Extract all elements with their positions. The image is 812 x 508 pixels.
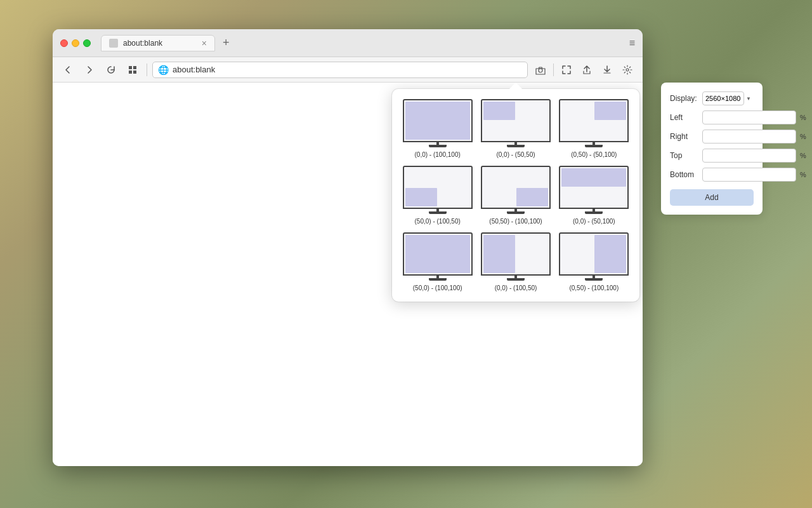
monitor-base bbox=[585, 209, 603, 214]
monitor-screen bbox=[559, 232, 629, 276]
monitor-wrap bbox=[403, 166, 473, 214]
monitor-screen bbox=[481, 99, 551, 142]
monitor-screen bbox=[403, 99, 473, 142]
svg-rect-0 bbox=[129, 66, 132, 69]
toolbar: 🌐 about:blank bbox=[53, 57, 643, 83]
layout-label: (0,0) - (100,50) bbox=[495, 284, 537, 291]
layout-item-bottom-left[interactable]: (50,0) - (100,50) bbox=[402, 166, 473, 225]
layout-item-full-bottom[interactable]: (50,0) - (100,100) bbox=[402, 232, 473, 291]
svg-rect-3 bbox=[133, 70, 136, 74]
top-unit: % bbox=[800, 152, 806, 159]
bottom-unit: % bbox=[800, 171, 806, 178]
monitor-wrap bbox=[481, 232, 551, 281]
monitor-foot bbox=[507, 278, 525, 281]
monitor-base bbox=[507, 276, 525, 281]
svg-rect-2 bbox=[129, 70, 132, 74]
monitor-screen bbox=[481, 232, 551, 276]
monitor-base bbox=[429, 209, 447, 214]
grid-button[interactable] bbox=[124, 62, 141, 77]
layout-label: (0,0) - (50,50) bbox=[496, 151, 535, 158]
layout-popup: (0,0) - (100,100) (0,0) - (50,50) bbox=[392, 89, 639, 302]
monitor-foot bbox=[507, 211, 525, 214]
left-label: Left bbox=[670, 113, 698, 122]
address-bar[interactable]: 🌐 about:blank bbox=[152, 62, 528, 78]
browser-window: about:blank × + ≡ 🌐 about:blank bbox=[53, 29, 643, 466]
browser-content: (0,0) - (100,100) (0,0) - (50,50) bbox=[53, 83, 643, 466]
layout-label: (0,50) - (100,100) bbox=[569, 284, 619, 291]
monitor-base bbox=[429, 276, 447, 281]
add-button[interactable]: Add bbox=[670, 189, 754, 206]
right-row: Right % bbox=[670, 130, 754, 144]
monitor-screen bbox=[481, 166, 551, 209]
bottom-input[interactable] bbox=[702, 168, 796, 182]
monitor-base bbox=[429, 142, 447, 147]
right-input[interactable] bbox=[702, 130, 796, 144]
layout-item-full[interactable]: (0,0) - (100,100) bbox=[402, 99, 473, 158]
right-unit: % bbox=[800, 133, 806, 140]
display-label: Display: bbox=[670, 94, 698, 103]
bottom-label: Bottom bbox=[670, 170, 698, 179]
left-input[interactable] bbox=[702, 110, 796, 124]
monitor-wrap bbox=[403, 232, 473, 281]
monitor-base bbox=[507, 142, 525, 147]
right-label: Right bbox=[670, 132, 698, 141]
close-button[interactable] bbox=[60, 39, 68, 47]
monitor-base bbox=[585, 142, 603, 147]
forward-button[interactable] bbox=[81, 62, 98, 77]
camera-button[interactable] bbox=[532, 62, 549, 77]
monitor-foot bbox=[429, 278, 447, 281]
tab-close-icon[interactable]: × bbox=[202, 38, 207, 48]
display-select-wrapper: 2560×1080 1920×1080 1280×720 bbox=[702, 91, 754, 105]
toolbar-right bbox=[532, 62, 636, 77]
new-tab-button[interactable]: + bbox=[220, 36, 232, 50]
left-unit: % bbox=[800, 114, 806, 121]
globe-icon: 🌐 bbox=[158, 65, 169, 75]
address-text: about:blank bbox=[173, 65, 215, 74]
monitor-screen bbox=[403, 166, 473, 209]
layout-label: (0,0) - (50,100) bbox=[573, 218, 615, 225]
traffic-lights bbox=[60, 39, 91, 47]
toolbar-separator-2 bbox=[553, 64, 554, 76]
layout-item-right-half[interactable]: (0,0) - (50,100) bbox=[559, 166, 629, 225]
layout-item-top-left[interactable]: (0,0) - (50,50) bbox=[480, 99, 551, 158]
reload-button[interactable] bbox=[102, 62, 120, 77]
top-label: Top bbox=[670, 151, 698, 160]
settings-button[interactable] bbox=[619, 62, 636, 77]
monitor-foot bbox=[429, 145, 447, 147]
layout-item-bottom-right[interactable]: (50,50) - (100,100) bbox=[480, 166, 551, 225]
download-button[interactable] bbox=[598, 62, 616, 77]
layout-item-right-half-v[interactable]: (0,50) - (100,100) bbox=[559, 232, 629, 291]
monitor-wrap bbox=[481, 99, 551, 147]
top-input[interactable] bbox=[702, 149, 796, 163]
monitor-wrap bbox=[559, 232, 629, 281]
titlebar: about:blank × + ≡ bbox=[53, 29, 643, 57]
monitor-screen bbox=[559, 166, 629, 209]
share-button[interactable] bbox=[578, 62, 596, 77]
top-row: Top % bbox=[670, 149, 754, 163]
monitor-foot bbox=[585, 145, 603, 147]
monitor-wrap bbox=[559, 166, 629, 214]
monitor-base bbox=[585, 276, 603, 281]
display-select[interactable]: 2560×1080 1920×1080 1280×720 bbox=[702, 91, 744, 105]
layout-grid: (0,0) - (100,100) (0,0) - (50,50) bbox=[402, 99, 629, 291]
monitor-screen bbox=[559, 99, 629, 142]
layout-label: (0,50) - (50,100) bbox=[571, 151, 617, 158]
tab-menu-icon[interactable]: ≡ bbox=[629, 37, 635, 49]
right-panel: Display: 2560×1080 1920×1080 1280×720 Le… bbox=[661, 83, 763, 215]
monitor-foot bbox=[585, 278, 603, 281]
minimize-button[interactable] bbox=[72, 39, 79, 47]
layout-item-left-half[interactable]: (0,0) - (100,50) bbox=[480, 232, 551, 291]
browser-tab[interactable]: about:blank × bbox=[101, 35, 215, 51]
left-row: Left % bbox=[670, 110, 754, 124]
monitor-wrap bbox=[403, 99, 473, 147]
monitor-screen bbox=[403, 232, 473, 276]
monitor-foot bbox=[429, 211, 447, 214]
svg-rect-1 bbox=[133, 66, 136, 69]
layout-item-top-right[interactable]: (0,50) - (50,100) bbox=[559, 99, 629, 158]
maximize-button[interactable] bbox=[83, 39, 91, 47]
svg-point-4 bbox=[539, 69, 542, 72]
back-button[interactable] bbox=[59, 62, 77, 77]
fullscreen-button[interactable] bbox=[558, 62, 575, 77]
layout-label: (50,0) - (100,100) bbox=[413, 284, 462, 291]
bottom-row: Bottom % bbox=[670, 168, 754, 182]
